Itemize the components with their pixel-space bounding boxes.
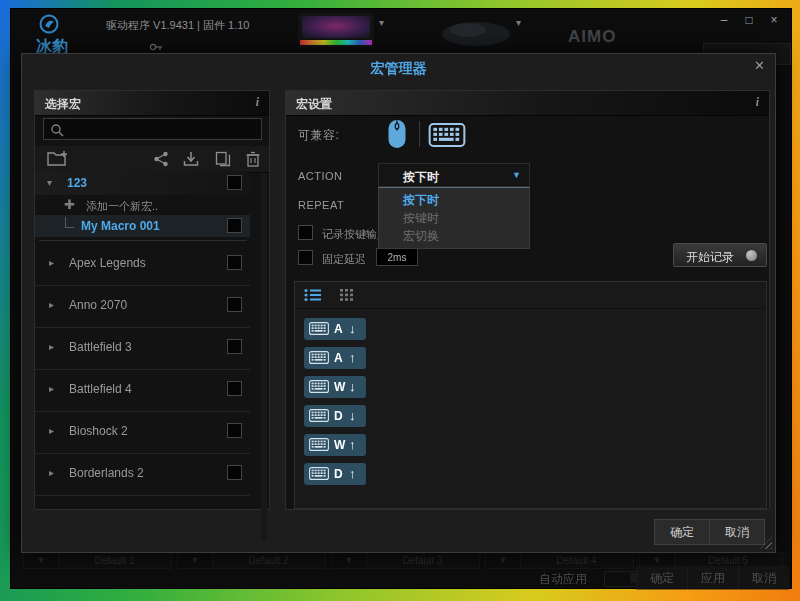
macro-name[interactable]: My Macro 001 [81,219,160,233]
start-record-button[interactable]: 开始记录 [673,243,767,267]
macro-event[interactable]: D ↑ [304,463,366,485]
keyboard-device-dropdown-icon[interactable]: ▾ [379,17,384,28]
mouse-product-image[interactable] [438,17,514,47]
dropdown-option[interactable]: 按键时 [403,210,439,227]
dialog-button-group: 确定 取消 [654,519,765,545]
game-row[interactable]: ▸ Bioshock 2 [35,411,250,454]
select-macro-panel: 选择宏 i ▾ 123 ✚ 添加一个新宏. [34,90,270,510]
maximize-button[interactable]: □ [740,13,758,27]
selected-macro-row[interactable]: My Macro 001 [35,215,250,237]
dropdown-option[interactable]: 宏切换 [403,228,439,245]
macro-event[interactable]: W ↓ [304,376,366,398]
auto-apply-label: 自动应用 [539,571,587,588]
window-footer: 自动应用 确定 应用 取消 [11,566,791,590]
keyboard-icon [309,438,329,451]
chevron-right-icon[interactable]: ▸ [49,467,54,478]
game-checkbox[interactable] [227,255,242,270]
fixed-delay-checkbox[interactable] [298,250,313,265]
game-row[interactable]: ▸ Anno 2070 [35,285,250,328]
action-dropdown[interactable]: 按下时 ▼ [378,163,530,187]
macro-group-row[interactable]: ▾ 123 [35,171,250,195]
macro-toolbar [35,146,269,173]
key-down-icon: ↓ [349,321,356,336]
list-view-tab-icon[interactable] [304,288,322,302]
roccat-logo-icon [39,14,59,34]
copy-icon[interactable] [215,151,231,167]
macro-group-checkbox[interactable] [227,175,242,190]
fixed-delay-label: 固定延迟 [322,252,366,267]
key-icon [149,42,163,52]
repeat-label: REPEAT [298,199,344,211]
game-row[interactable]: ▸ Borderlands 2 [35,453,250,496]
app-window: 驱动程序 V1.9431 | 固件 1.10 – □ × 冰豹 AIMO ▾ ▾… [10,8,792,589]
keyboard-icon [309,380,329,393]
import-icon[interactable] [183,151,199,167]
chevron-right-icon[interactable]: ▸ [49,257,54,268]
macro-event[interactable]: A ↑ [304,347,366,369]
aimo-logo: AIMO [568,27,616,47]
mouse-compatible-icon [386,119,408,149]
cancel-button[interactable]: 取消 [709,520,764,544]
chevron-down-icon: ▼ [512,170,521,180]
info-icon[interactable]: i [756,95,759,110]
divider [39,240,247,241]
chevron-right-icon[interactable]: ▸ [49,299,54,310]
game-row[interactable]: ▸ Battlefield 4 [35,369,250,412]
game-checkbox[interactable] [227,381,242,396]
search-input[interactable] [70,120,259,140]
macro-event[interactable]: A ↓ [304,318,366,340]
macro-event[interactable]: W ↑ [304,434,366,456]
footer-cancel-button[interactable]: 取消 [738,566,789,590]
action-label: ACTION [298,170,343,182]
add-new-macro-row[interactable]: ✚ 添加一个新宏.. [35,196,250,215]
game-checkbox[interactable] [227,423,242,438]
fixed-delay-input[interactable]: 2ms [376,248,418,266]
dialog-title: 宏管理器 [22,60,775,78]
trash-icon[interactable] [245,151,261,167]
device-tab-row: 冰豹 AIMO [11,33,791,55]
game-checkbox[interactable] [227,339,242,354]
key-up-icon: ↑ [349,350,356,365]
key-down-icon: ↓ [349,408,356,423]
divider [419,121,420,147]
titlebar: 驱动程序 V1.9431 | 固件 1.10 – □ × [11,9,791,35]
macro-search [43,118,262,140]
game-checkbox[interactable] [227,465,242,480]
close-button[interactable]: × [765,13,783,27]
footer-ok-button[interactable]: 确定 [636,566,687,590]
footer-apply-button[interactable]: 应用 [687,566,738,590]
new-folder-icon[interactable] [47,150,69,166]
chevron-right-icon[interactable]: ▸ [49,425,54,436]
chevron-down-icon[interactable]: ▾ [47,177,52,188]
chevron-right-icon[interactable]: ▸ [49,383,54,394]
game-row[interactable]: ▸ Battlefield 3 [35,327,250,370]
dropdown-option[interactable]: 按下时 [403,192,439,209]
scrollbar[interactable] [261,173,267,541]
plus-icon: ✚ [64,197,75,212]
game-checkbox[interactable] [227,297,242,312]
game-row[interactable]: ▸ Apex Legends [35,243,250,286]
grid-view-tab-icon[interactable] [339,288,355,302]
macro-group-name[interactable]: 123 [67,176,87,190]
mouse-device-dropdown-icon[interactable]: ▾ [516,17,521,28]
chevron-right-icon[interactable]: ▸ [49,341,54,352]
keyboard-product-image[interactable] [298,13,374,47]
key-down-icon: ↓ [349,379,356,394]
info-icon[interactable]: i [256,95,259,110]
record-input-checkbox[interactable] [298,225,313,240]
ok-button[interactable]: 确定 [655,520,709,544]
tree-connector-icon [65,217,74,228]
key-up-icon: ↑ [349,466,356,481]
dialog-close-icon[interactable]: ✕ [754,58,765,73]
action-dropdown-list: 按下时 按键时 宏切换 [378,187,530,249]
app-version-title: 驱动程序 V1.9431 | 固件 1.10 [106,18,249,33]
keyboard-icon [309,351,329,364]
key-up-icon: ↑ [349,437,356,452]
macro-event[interactable]: D ↓ [304,405,366,427]
minimize-button[interactable]: – [715,13,733,27]
compatible-label: 可兼容: [298,127,339,144]
keyboard-icon [309,467,329,480]
keyboard-icon [309,322,329,335]
macro-checkbox[interactable] [227,218,242,233]
share-icon[interactable] [153,151,169,167]
